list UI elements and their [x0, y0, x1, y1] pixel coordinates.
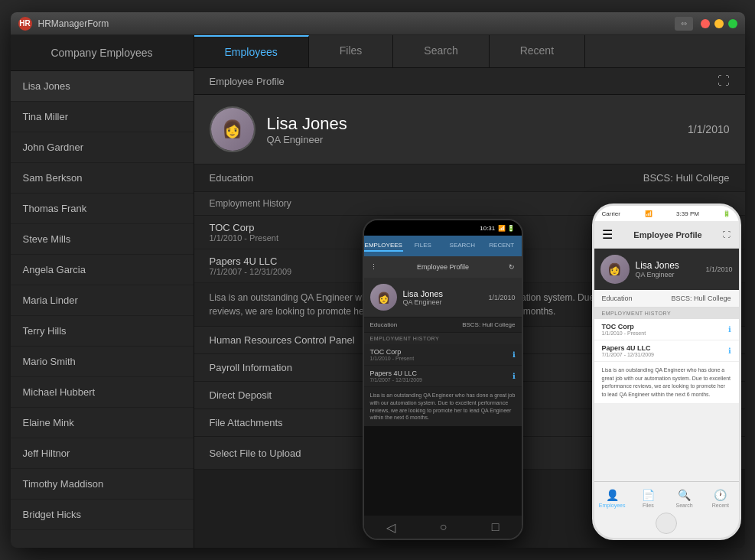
android-education-section: Education BSCS: Hull College [364, 317, 522, 333]
android-tab-recent[interactable]: RECENT [482, 240, 522, 252]
sidebar-item-jeff-hiltnor[interactable]: Jeff Hiltnor [11, 438, 194, 469]
iphone-tab-search[interactable]: 🔍 Search [666, 482, 702, 515]
iphone-tab-icon-recent: 🕐 [714, 489, 727, 501]
sidebar-item-tina-miller[interactable]: Tina Miller [11, 102, 194, 132]
iphone-profile-role: QA Engineer [636, 271, 679, 278]
app-window: HR HRManagerForm ⇔ Company Employees Lis… [11, 12, 745, 548]
android-menu-icon[interactable]: ⋮ [370, 263, 377, 271]
android-refresh-icon[interactable]: ↻ [509, 263, 515, 271]
sidebar-item-sam-berkson[interactable]: Sam Berkson [11, 163, 194, 194]
android-phone: 10:31 📶 🔋 EMPLOYEES FILES SEARCH RECENT … [363, 219, 523, 540]
iphone-emp-header: EMPLOYMENT HISTORY [594, 308, 739, 319]
profile-role: QA Engineer [267, 134, 688, 145]
android-emp-item-0: TOC Corp 1/1/2010 - Present ℹ [364, 344, 522, 366]
iphone-emp-item-1: Papers 4U LLC 7/1/2007 - 12/31/2009 ℹ [594, 340, 739, 362]
android-profile-name: Lisa Jones [403, 289, 444, 298]
education-label: Education [210, 172, 254, 184]
iphone-emp-company-1: Papers 4U LLC [602, 344, 655, 352]
sidebar-item-bridget-hicks[interactable]: Bridget Hicks [11, 500, 194, 530]
iphone-bio: Lisa is an outstanding QA Engineer who h… [594, 362, 739, 404]
file-upload-label: Select File to Upload [210, 448, 301, 459]
profile-info: Lisa Jones QA Engineer [267, 114, 688, 145]
iphone-tab-icon-files: 📄 [642, 489, 655, 501]
sidebar-item-timothy-maddison[interactable]: Timothy Maddison [11, 469, 194, 500]
tab-search[interactable]: Search [393, 35, 489, 67]
iphone-emp-item-0: TOC Corp 1/1/2010 - Present ℹ [594, 319, 739, 340]
android-emp-item-1: Papers 4U LLC 7/1/2007 - 12/31/2009 ℹ [364, 366, 522, 387]
iphone-menu-icon[interactable]: ☰ [602, 227, 613, 242]
sidebar-item-angela-garcia[interactable]: Angela Garcia [11, 255, 194, 285]
android-profile-role: QA Engineer [403, 298, 444, 306]
iphone-battery-icon: 🔋 [723, 210, 731, 217]
android-info-icon-0[interactable]: ℹ [513, 350, 516, 359]
iphone-profile-date: 1/1/2010 [705, 265, 732, 273]
iphone-profile-info: Lisa Jones QA Engineer [636, 260, 679, 278]
android-home-btn[interactable]: ○ [440, 520, 447, 534]
sidebar-item-john-gardner[interactable]: John Gardner [11, 132, 194, 163]
tab-recent[interactable]: Recent [490, 35, 585, 67]
iphone-home-button[interactable] [656, 513, 677, 534]
iphone-education-label: Education [602, 295, 633, 302]
android-tab-search[interactable]: SEARCH [443, 240, 483, 252]
sidebar-header: Company Employees [11, 35, 194, 71]
maximize-button[interactable] [728, 19, 737, 28]
android-emp-company-0: TOC Corp [370, 348, 415, 356]
resize-icon[interactable]: ⇔ [675, 17, 693, 31]
window-title: HRManagerForm [38, 18, 675, 29]
android-recent-btn[interactable]: □ [492, 520, 500, 534]
iphone-tab-icon-employees: 👤 [606, 489, 619, 501]
android-emp-header: EMPLOYMENT HISTORY [364, 333, 522, 344]
android-toolbar-title: Employee Profile [417, 263, 469, 271]
tab-employees[interactable]: Employees [194, 35, 309, 67]
window-controls [701, 19, 737, 28]
sidebar-item-michael-hubbert[interactable]: Michael Hubbert [11, 377, 194, 408]
minimize-button[interactable] [714, 19, 724, 28]
android-bio: Lisa is an outstanding QA Engineer who h… [364, 387, 522, 426]
sidebar-item-thomas-frank[interactable]: Thomas Frank [11, 194, 194, 224]
iphone-header-title: Employee Profile [633, 230, 701, 239]
sidebar-item-steve-mills[interactable]: Steve Mills [11, 224, 194, 255]
android-toolbar: ⋮ Employee Profile ↻ [364, 256, 522, 278]
android-tab-files[interactable]: FILES [403, 240, 443, 252]
iphone-tab-files[interactable]: 📄 Files [630, 482, 666, 515]
sidebar-item-maria-linder[interactable]: Maria Linder [11, 285, 194, 316]
iphone-carrier: Carrier [602, 210, 620, 217]
profile-name: Lisa Jones [267, 114, 688, 134]
avatar-placeholder: 👩 [211, 108, 254, 151]
android-profile-date: 1/1/2010 [488, 294, 515, 301]
sidebar: Company Employees Lisa Jones Tina Miller… [11, 35, 194, 548]
expand-icon[interactable]: ⛶ [718, 74, 730, 88]
avatar: 👩 [210, 106, 255, 152]
android-tabs: EMPLOYEES FILES SEARCH RECENT [364, 236, 522, 256]
iphone-emp-company-0: TOC Corp [602, 323, 646, 330]
iphone-info-icon-0[interactable]: ℹ [728, 325, 731, 334]
iphone-tab-recent[interactable]: 🕐 Recent [702, 482, 738, 515]
profile-header-title: Employee Profile [210, 76, 285, 87]
android-info-icon-1[interactable]: ℹ [513, 372, 516, 380]
android-profile-card: 👩 Lisa Jones QA Engineer 1/1/2010 [364, 278, 522, 317]
android-emp-company-1: Papers 4U LLC [370, 370, 423, 377]
android-time: 10:31 [480, 225, 495, 232]
iphone-bottom-tabs: 👤 Employees 📄 Files 🔍 Search 🕐 Recent [594, 481, 739, 515]
sidebar-item-mario-smith[interactable]: Mario Smith [11, 347, 194, 377]
iphone-header: ☰ Employee Profile ⛶ [594, 221, 739, 249]
iphone-emp-dates-0: 1/1/2010 - Present [602, 330, 646, 336]
iphone-tab-icon-search: 🔍 [678, 489, 691, 501]
profile-card: 👩 Lisa Jones QA Engineer 1/1/2010 [194, 95, 745, 164]
tab-files[interactable]: Files [309, 35, 394, 67]
android-tab-employees[interactable]: EMPLOYEES [364, 240, 404, 252]
iphone-education-value: BSCS: Hull College [671, 295, 731, 302]
iphone-wifi-icon: 📶 [645, 210, 652, 217]
android-back-btn[interactable]: ◁ [386, 520, 395, 535]
iphone-expand-icon[interactable]: ⛶ [723, 230, 731, 239]
iphone-info-icon-1[interactable]: ℹ [728, 347, 731, 355]
iphone-tab-employees[interactable]: 👤 Employees [594, 482, 630, 515]
sidebar-item-terry-hills[interactable]: Terry Hills [11, 316, 194, 347]
sidebar-item-lisa-jones[interactable]: Lisa Jones [11, 71, 194, 102]
close-button[interactable] [701, 19, 710, 28]
profile-start-date: 1/1/2010 [688, 123, 730, 135]
android-emp-dates-1: 7/1/2007 - 12/31/2009 [370, 377, 423, 383]
app-icon: HR [18, 17, 32, 31]
sidebar-item-elaine-mink[interactable]: Elaine Mink [11, 408, 194, 438]
iphone: Carrier 📶 3:39 PM 🔋 ☰ Employee Profile ⛶… [592, 203, 741, 540]
